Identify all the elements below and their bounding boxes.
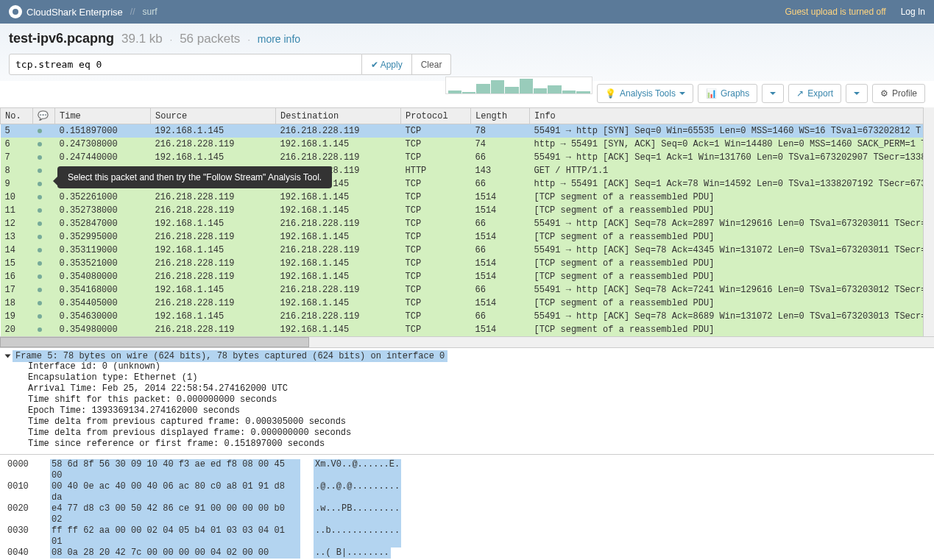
brand-name: CloudShark Enterprise — [26, 7, 123, 18]
marker-icon — [38, 142, 42, 146]
hex-pane: 000058 6d 8f 56 30 09 10 40 f3 ae ed f8 … — [0, 455, 934, 560]
table-row[interactable]: 100.352261000216.218.228.119192.168.1.14… — [1, 191, 934, 204]
login-link[interactable]: Log In — [901, 7, 925, 17]
marker-icon — [38, 301, 42, 305]
table-row[interactable]: 180.354405000216.218.228.119192.168.1.14… — [1, 297, 934, 310]
file-header: test-ipv6.pcapng 39.1 kb · 56 packets · … — [9, 31, 925, 54]
marker-icon — [38, 327, 42, 332]
hex-row[interactable]: 001000 40 0e ac 40 00 40 06 ac 80 c0 a8 … — [7, 481, 927, 503]
logo-icon — [9, 5, 22, 18]
marker-icon — [38, 155, 42, 160]
table-row[interactable]: 150.353521000216.218.228.119192.168.1.14… — [1, 257, 934, 270]
packet-count: 56 packets — [180, 32, 240, 46]
caret-down-icon — [770, 92, 776, 95]
analysis-tools-button[interactable]: 💡 Analysis Tools — [597, 84, 693, 103]
col-protocol[interactable]: Protocol — [401, 108, 471, 124]
table-row[interactable]: 140.353119000192.168.1.145216.218.228.11… — [1, 244, 934, 257]
table-row[interactable]: 70.247440000192.168.1.145216.218.228.119… — [1, 151, 934, 164]
table-row[interactable]: 60.247308000216.218.228.119192.168.1.145… — [1, 138, 934, 151]
export-button[interactable]: ↗ Export — [788, 84, 841, 103]
brand-sub[interactable]: surf — [142, 7, 157, 17]
caret-down-icon — [679, 92, 685, 95]
marker-icon — [38, 248, 42, 252]
table-row[interactable]: 120.352847000192.168.1.145216.218.228.11… — [1, 217, 934, 230]
filter-input[interactable] — [9, 54, 362, 75]
col-time[interactable]: Time — [55, 108, 151, 124]
upload-status: Guest upload is turned off — [785, 7, 885, 17]
table-header: No. 💬 Time Source Destination Protocol L… — [1, 108, 934, 124]
profile-button[interactable]: ⚙ Profile — [872, 84, 925, 103]
col-info[interactable]: Info — [530, 108, 934, 124]
packet-table: No. 💬 Time Source Destination Protocol L… — [0, 107, 934, 336]
filesize: 39.1 kb — [121, 32, 163, 46]
marker-icon — [38, 314, 42, 319]
table-row[interactable]: 160.354080000216.218.228.119192.168.1.14… — [1, 270, 934, 283]
traffic-sparkline[interactable] — [445, 77, 592, 94]
table-row[interactable]: 130.352995000216.218.228.119192.168.1.14… — [1, 230, 934, 244]
detail-line[interactable]: Time shift for this packet: 0.000000000 … — [28, 394, 928, 405]
detail-line[interactable]: Time since reference or first frame: 0.1… — [28, 439, 928, 450]
detail-line[interactable]: Time delta from previous captured frame:… — [28, 417, 928, 428]
col-dest[interactable]: Destination — [276, 108, 401, 124]
table-row[interactable]: 170.354168000192.168.1.145216.218.228.11… — [1, 283, 934, 297]
clear-button[interactable]: Clear — [412, 54, 452, 75]
toolbar: 💡 Analysis Tools 📊 Graphs ↗ Export ⚙ Pro… — [0, 81, 934, 107]
expand-icon[interactable] — [5, 354, 11, 358]
detail-line[interactable]: Epoch Time: 1393369134.274162000 seconds — [28, 405, 928, 417]
col-source[interactable]: Source — [151, 108, 276, 124]
graphs-dropdown[interactable] — [762, 84, 784, 103]
horizontal-scrollbar[interactable] — [0, 336, 934, 348]
col-length[interactable]: Length — [471, 108, 530, 124]
table-row[interactable]: 50.151897000192.168.1.145216.218.228.119… — [1, 124, 934, 138]
hex-row[interactable]: 0020e4 77 d8 c3 00 50 42 86 ce 91 00 00 … — [7, 503, 927, 525]
marker-icon — [38, 235, 42, 239]
marker-icon — [38, 182, 42, 186]
col-comment[interactable]: 💬 — [33, 108, 55, 124]
filename: test-ipv6.pcapng — [9, 31, 114, 46]
marker-icon — [38, 288, 42, 292]
hex-row[interactable]: 0030ff ff 62 aa 00 00 02 04 05 b4 01 03 … — [7, 525, 927, 547]
table-row[interactable]: 110.352738000216.218.228.119192.168.1.14… — [1, 204, 934, 217]
vertical-scrollbar[interactable] — [923, 107, 934, 336]
packet-detail-pane: Frame 5: 78 bytes on wire (624 bits), 78… — [0, 348, 934, 455]
apply-button[interactable]: ✔ Apply — [362, 54, 412, 75]
detail-line[interactable]: Interface id: 0 (unknown) — [28, 361, 928, 372]
marker-icon — [38, 208, 42, 213]
hex-row[interactable]: 004008 0a 28 20 42 7c 00 00 00 00 04 02 … — [7, 547, 927, 559]
detail-line[interactable]: Arrival Time: Feb 25, 2014 22:58:54.2741… — [28, 383, 928, 394]
marker-icon — [38, 261, 42, 266]
graphs-button[interactable]: 📊 Graphs — [698, 84, 757, 103]
marker-icon — [38, 221, 42, 226]
marker-icon — [38, 129, 42, 133]
table-row[interactable]: 190.354630000192.168.1.145216.218.228.11… — [1, 310, 934, 323]
topbar: CloudShark Enterprise // surf Guest uplo… — [0, 0, 934, 24]
caret-down-icon — [854, 92, 860, 95]
frame-header[interactable]: Frame 5: 78 bytes on wire (624 bits), 78… — [13, 350, 447, 362]
marker-icon — [38, 274, 42, 279]
export-dropdown[interactable] — [846, 84, 868, 103]
marker-icon — [38, 169, 42, 173]
more-info-link[interactable]: more info — [258, 33, 300, 45]
detail-line[interactable]: Time delta from previous displayed frame… — [28, 428, 928, 439]
table-row[interactable]: 200.354980000216.218.228.119192.168.1.14… — [1, 323, 934, 336]
marker-icon — [38, 195, 42, 199]
col-no[interactable]: No. — [1, 108, 33, 124]
detail-line[interactable]: Encapsulation type: Ethernet (1) — [28, 372, 928, 383]
follow-stream-tooltip: Select this packet and then try the "Fol… — [57, 166, 332, 188]
hex-row[interactable]: 000058 6d 8f 56 30 09 10 40 f3 ae ed f8 … — [7, 459, 927, 481]
